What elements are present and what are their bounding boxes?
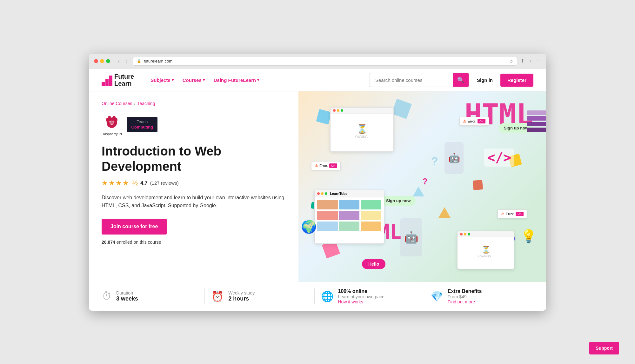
svg-point-12 — [112, 121, 114, 122]
hello-bubble: Hello — [362, 259, 385, 269]
svg-rect-2 — [109, 76, 112, 86]
error-ok-button-2[interactable]: OK — [329, 163, 337, 168]
learntube-label: LearnTube — [330, 192, 347, 195]
main-nav: Subjects ▾ Courses ▾ Using FutureLearn ▾ — [147, 75, 263, 85]
breadcrumb-online-courses[interactable]: Online Courses — [102, 101, 132, 106]
using-chevron-icon: ▾ — [257, 78, 259, 82]
raspberry-pi-logo: Raspberry Pi — [102, 114, 122, 136]
dot-yellow — [337, 109, 339, 112]
breadcrumb-separator: / — [134, 101, 136, 106]
dot-green — [341, 109, 343, 112]
loading-text: LOADING... — [353, 135, 370, 139]
breadcrumb: Online Courses / Teaching — [102, 101, 286, 106]
deco-box-1 — [316, 109, 332, 124]
breadcrumb-teaching[interactable]: Teaching — [137, 101, 155, 106]
deco-box-8 — [473, 180, 483, 190]
dot-red-2 — [317, 192, 320, 195]
how-it-works-link[interactable]: How it works — [338, 299, 384, 304]
monitor-bottom: ⏳ LOADING... — [457, 231, 514, 269]
lightbulb-icon: 💡 — [521, 229, 537, 244]
search-button[interactable]: 🔍 — [453, 73, 469, 87]
hero-decoration: HTML HTML </> — [298, 91, 546, 282]
error-icon: ⚠ — [463, 119, 466, 123]
left-panel: Online Courses / Teaching — [89, 91, 298, 282]
weekly-study-icon: ⏰ — [211, 290, 224, 302]
stat-extra-text: Extra Benefits From $49 Find out more — [448, 288, 482, 304]
site-header: FutureLearn Subjects ▾ Courses ▾ Using F… — [89, 69, 546, 91]
dot-red-3 — [460, 233, 463, 235]
dot-green-2 — [325, 192, 327, 195]
stat-extra-benefits: 💎 Extra Benefits From $49 Find out more — [424, 288, 533, 304]
rating-score: 4.7 — [140, 180, 147, 186]
hourglass-icon: ⏳ — [357, 123, 368, 134]
rating-count: (127 reviews) — [150, 180, 179, 186]
site-logo[interactable]: FutureLearn — [102, 73, 134, 87]
stats-bar: ⏱ Duration 3 weeks ⏰ Weekly study 2 hour… — [89, 282, 546, 311]
raspberry-icon — [103, 114, 120, 131]
error-bubble-2: ⚠ Error. OK — [311, 161, 341, 170]
grid-cell-2 — [339, 200, 360, 209]
courses-chevron-icon: ▾ — [203, 78, 205, 82]
robot-icon: 🤖 — [444, 142, 464, 174]
error-ok-button-3[interactable]: OK — [516, 212, 524, 216]
back-button[interactable]: ‹ — [116, 58, 121, 65]
forward-button[interactable]: › — [124, 58, 129, 65]
monitor-mockup-top: ⏳ LOADING... — [330, 107, 394, 152]
deco-box-3 — [391, 98, 412, 119]
extra-value: From $49 — [448, 294, 482, 299]
stat-online: 🌐 100% online Learn at your own pace How… — [315, 288, 424, 304]
register-button[interactable]: Register — [500, 74, 533, 87]
code-tag-text: </> — [484, 149, 514, 167]
traffic-lights — [94, 59, 110, 63]
more-icon[interactable]: ⋯ — [536, 58, 541, 64]
logo-stairs-icon — [102, 74, 113, 86]
error-bubble-3: ⚠ Error. OK — [498, 209, 527, 218]
nav-subjects[interactable]: Subjects ▾ — [147, 75, 177, 85]
signup-bubble-2: Sign up now — [381, 196, 416, 206]
share-icon[interactable]: ⬆ — [520, 58, 525, 64]
learntube-window: LearnTube — [314, 190, 384, 244]
duration-label: Duration — [116, 290, 138, 295]
error-ok-button[interactable]: OK — [478, 119, 485, 123]
monitor-bottom-content: ⏳ LOADING... — [458, 237, 514, 267]
duration-icon: ⏱ — [102, 290, 112, 302]
nav-courses[interactable]: Courses ▾ — [179, 75, 209, 85]
extra-label: Extra Benefits — [448, 288, 482, 294]
find-out-more-link[interactable]: Find out more — [448, 299, 482, 304]
enrolled-text: enrolled on this course — [117, 240, 161, 245]
reload-icon: ↺ — [509, 59, 513, 64]
globe-stat-icon: 🌐 — [321, 290, 334, 302]
svg-point-11 — [109, 121, 111, 122]
stat-weekly-text: Weekly study 2 hours — [228, 290, 255, 302]
hero-panel: HTML HTML </> — [298, 91, 546, 282]
nav-using-futurelearn[interactable]: Using FutureLearn ▾ — [210, 75, 263, 85]
stat-weekly-study: ⏰ Weekly study 2 hours — [205, 290, 314, 302]
svg-point-13 — [111, 123, 112, 125]
deco-triangle-3 — [413, 187, 424, 196]
grid-cell-9 — [361, 222, 381, 231]
search-input[interactable] — [370, 74, 453, 86]
stat-online-text: 100% online Learn at your own pace How i… — [338, 288, 384, 304]
grid-cell-8 — [339, 222, 360, 231]
error-icon-3: ⚠ — [501, 212, 505, 216]
add-tab-icon[interactable]: ＋ — [528, 58, 533, 64]
question-mark-1: ? — [431, 155, 438, 168]
signin-button[interactable]: Sign in — [473, 75, 497, 85]
stat-duration-text: Duration 3 weeks — [116, 290, 138, 302]
learntube-header: LearnTube — [315, 190, 384, 197]
search-box[interactable]: 🔍 — [370, 73, 469, 87]
dot-green-3 — [468, 233, 470, 235]
minimize-traffic-light[interactable] — [100, 59, 104, 63]
logo-text: FutureLearn — [114, 73, 134, 87]
join-course-button[interactable]: Join course for free — [102, 219, 167, 235]
support-button[interactable]: Support — [589, 342, 619, 354]
browser-chrome: ‹ › 🔒 futurelearn.com ↺ ⬆ ＋ ⋯ — [89, 54, 546, 69]
close-traffic-light[interactable] — [94, 59, 98, 63]
address-bar[interactable]: 🔒 futurelearn.com ↺ — [133, 57, 517, 66]
lock-icon: 🔒 — [137, 59, 141, 63]
maximize-traffic-light[interactable] — [106, 59, 110, 63]
dot-yellow-2 — [321, 192, 324, 195]
search-area: 🔍 Sign in Register — [370, 73, 533, 87]
grid-cell-4 — [317, 211, 338, 220]
learntube-grid — [315, 197, 384, 234]
